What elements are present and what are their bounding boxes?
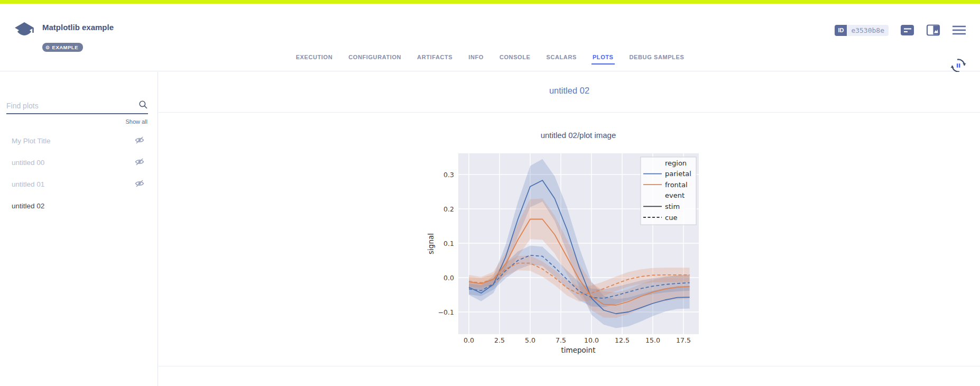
- svg-text:0.2: 0.2: [443, 205, 454, 213]
- plots-sidebar: Show all My Plot Title untitled 00: [0, 72, 158, 386]
- search-input[interactable]: [6, 102, 138, 110]
- search-icon[interactable]: [138, 100, 148, 112]
- tab-console[interactable]: CONSOLE: [498, 54, 532, 65]
- svg-text:frontal: frontal: [665, 181, 688, 189]
- svg-text:5.0: 5.0: [525, 336, 535, 344]
- svg-text:0.0: 0.0: [443, 274, 454, 282]
- svg-text:2.5: 2.5: [494, 336, 505, 344]
- svg-text:0.0: 0.0: [464, 336, 474, 344]
- svg-text:timepoint: timepoint: [561, 346, 596, 354]
- plot-list-item[interactable]: My Plot Title: [0, 130, 158, 152]
- fmri-chart-svg[interactable]: 0.02.55.07.510.012.515.017.50.30.20.10.0…: [426, 127, 711, 365]
- plot-list-item[interactable]: untitled 01: [0, 173, 158, 195]
- plot-list: My Plot Title untitled 00: [0, 130, 158, 217]
- details-icon[interactable]: [900, 24, 914, 36]
- svg-text:−0.1: −0.1: [438, 308, 454, 316]
- divider: [159, 366, 980, 366]
- svg-text:7.5: 7.5: [556, 336, 566, 344]
- show-all-link[interactable]: Show all: [125, 118, 147, 125]
- plots-content: untitled 02 untitled 02/plot image 0.02.…: [159, 72, 980, 386]
- svg-text:event: event: [665, 191, 685, 199]
- tab-bar: EXECUTION CONFIGURATION ARTIFACTS INFO C…: [0, 54, 980, 65]
- plot-item-label: My Plot Title: [12, 137, 51, 145]
- svg-text:region: region: [665, 159, 687, 167]
- svg-text:10.0: 10.0: [584, 336, 599, 344]
- plot-figure: untitled 02/plot image 0.02.55.07.510.01…: [426, 127, 711, 365]
- tag-label: EXAMPLE: [52, 44, 78, 50]
- header-actions: ID e3530b8e: [835, 24, 966, 36]
- plot-group-title: untitled 02: [159, 86, 980, 96]
- svg-text:parietal: parietal: [665, 170, 691, 178]
- tag-gear-icon: ⚙: [45, 45, 50, 50]
- tab-configuration[interactable]: CONFIGURATION: [347, 54, 402, 65]
- id-value: e3530b8e: [847, 25, 889, 36]
- eye-off-icon[interactable]: [135, 157, 144, 168]
- id-label: ID: [835, 25, 847, 36]
- experiment-title: Matplotlib example: [42, 23, 114, 32]
- divider: [159, 112, 980, 113]
- plot-item-label: untitled 01: [12, 180, 44, 188]
- tab-info[interactable]: INFO: [467, 54, 485, 65]
- menu-icon[interactable]: [952, 24, 966, 36]
- svg-text:0.3: 0.3: [443, 171, 454, 179]
- plot-item-label: untitled 02: [12, 202, 44, 210]
- tab-artifacts[interactable]: ARTIFACTS: [416, 54, 454, 65]
- tab-plots[interactable]: PLOTS: [591, 54, 615, 65]
- eye-off-icon[interactable]: [135, 135, 144, 146]
- svg-text:0.1: 0.1: [443, 240, 454, 247]
- system-tag-badge: ⚙ EXAMPLE: [42, 43, 83, 52]
- experiment-logo-icon: [14, 21, 35, 41]
- svg-text:12.5: 12.5: [615, 336, 630, 344]
- svg-text:stim: stim: [665, 203, 680, 210]
- plot-search: [6, 98, 148, 114]
- plot-list-item-selected[interactable]: untitled 02: [0, 195, 158, 217]
- svg-text:signal: signal: [427, 233, 435, 254]
- tab-debug-samples[interactable]: DEBUG SAMPLES: [628, 54, 686, 65]
- tab-execution[interactable]: EXECUTION: [295, 54, 334, 65]
- header: Matplotlib example ⚙ EXAMPLE ID e3530b8e: [0, 4, 980, 71]
- plot-item-label: untitled 00: [12, 159, 44, 167]
- experiment-id-chip[interactable]: ID e3530b8e: [835, 25, 889, 36]
- eye-off-icon[interactable]: [135, 179, 144, 190]
- page: PUBLISHED Matplotlib example ⚙ EXAMPLE I…: [0, 0, 980, 386]
- plot-list-item[interactable]: untitled 00: [0, 152, 158, 173]
- svg-text:15.0: 15.0: [645, 336, 660, 344]
- svg-text:cue: cue: [665, 214, 677, 222]
- tab-scalars[interactable]: SCALARS: [546, 54, 578, 65]
- status-ribbon-strip: [0, 0, 980, 4]
- compare-panel-icon[interactable]: [926, 24, 940, 36]
- svg-text:17.5: 17.5: [676, 336, 691, 344]
